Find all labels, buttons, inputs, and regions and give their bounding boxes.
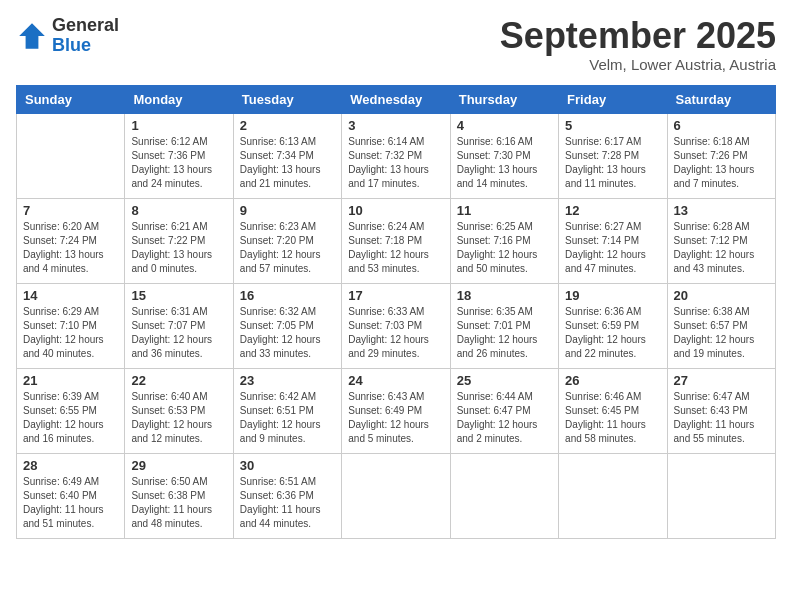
- day-info: Sunrise: 6:36 AM Sunset: 6:59 PM Dayligh…: [565, 305, 660, 361]
- day-cell: 26Sunrise: 6:46 AM Sunset: 6:45 PM Dayli…: [559, 368, 667, 453]
- day-info: Sunrise: 6:35 AM Sunset: 7:01 PM Dayligh…: [457, 305, 552, 361]
- day-info: Sunrise: 6:46 AM Sunset: 6:45 PM Dayligh…: [565, 390, 660, 446]
- day-number: 9: [240, 203, 335, 218]
- day-cell: 8Sunrise: 6:21 AM Sunset: 7:22 PM Daylig…: [125, 198, 233, 283]
- day-number: 29: [131, 458, 226, 473]
- column-header-sunday: Sunday: [17, 85, 125, 113]
- day-info: Sunrise: 6:12 AM Sunset: 7:36 PM Dayligh…: [131, 135, 226, 191]
- day-cell: 1Sunrise: 6:12 AM Sunset: 7:36 PM Daylig…: [125, 113, 233, 198]
- day-number: 26: [565, 373, 660, 388]
- day-cell: 18Sunrise: 6:35 AM Sunset: 7:01 PM Dayli…: [450, 283, 558, 368]
- week-row-1: 1Sunrise: 6:12 AM Sunset: 7:36 PM Daylig…: [17, 113, 776, 198]
- column-header-monday: Monday: [125, 85, 233, 113]
- calendar-header-row: SundayMondayTuesdayWednesdayThursdayFrid…: [17, 85, 776, 113]
- day-info: Sunrise: 6:18 AM Sunset: 7:26 PM Dayligh…: [674, 135, 769, 191]
- day-number: 2: [240, 118, 335, 133]
- day-info: Sunrise: 6:40 AM Sunset: 6:53 PM Dayligh…: [131, 390, 226, 446]
- day-cell: 28Sunrise: 6:49 AM Sunset: 6:40 PM Dayli…: [17, 453, 125, 538]
- day-number: 6: [674, 118, 769, 133]
- day-number: 23: [240, 373, 335, 388]
- day-number: 11: [457, 203, 552, 218]
- day-cell: 6Sunrise: 6:18 AM Sunset: 7:26 PM Daylig…: [667, 113, 775, 198]
- day-number: 30: [240, 458, 335, 473]
- day-info: Sunrise: 6:32 AM Sunset: 7:05 PM Dayligh…: [240, 305, 335, 361]
- day-number: 24: [348, 373, 443, 388]
- week-row-3: 14Sunrise: 6:29 AM Sunset: 7:10 PM Dayli…: [17, 283, 776, 368]
- day-number: 21: [23, 373, 118, 388]
- day-info: Sunrise: 6:14 AM Sunset: 7:32 PM Dayligh…: [348, 135, 443, 191]
- day-cell: 20Sunrise: 6:38 AM Sunset: 6:57 PM Dayli…: [667, 283, 775, 368]
- day-cell: 4Sunrise: 6:16 AM Sunset: 7:30 PM Daylig…: [450, 113, 558, 198]
- day-info: Sunrise: 6:28 AM Sunset: 7:12 PM Dayligh…: [674, 220, 769, 276]
- day-info: Sunrise: 6:27 AM Sunset: 7:14 PM Dayligh…: [565, 220, 660, 276]
- logo-icon: [16, 20, 48, 52]
- day-number: 12: [565, 203, 660, 218]
- week-row-2: 7Sunrise: 6:20 AM Sunset: 7:24 PM Daylig…: [17, 198, 776, 283]
- day-cell: 12Sunrise: 6:27 AM Sunset: 7:14 PM Dayli…: [559, 198, 667, 283]
- day-cell: 5Sunrise: 6:17 AM Sunset: 7:28 PM Daylig…: [559, 113, 667, 198]
- day-cell: 29Sunrise: 6:50 AM Sunset: 6:38 PM Dayli…: [125, 453, 233, 538]
- day-number: 13: [674, 203, 769, 218]
- day-cell: 21Sunrise: 6:39 AM Sunset: 6:55 PM Dayli…: [17, 368, 125, 453]
- day-cell: 30Sunrise: 6:51 AM Sunset: 6:36 PM Dayli…: [233, 453, 341, 538]
- day-cell: 11Sunrise: 6:25 AM Sunset: 7:16 PM Dayli…: [450, 198, 558, 283]
- day-cell: 15Sunrise: 6:31 AM Sunset: 7:07 PM Dayli…: [125, 283, 233, 368]
- day-number: 20: [674, 288, 769, 303]
- day-cell: 3Sunrise: 6:14 AM Sunset: 7:32 PM Daylig…: [342, 113, 450, 198]
- day-cell: 14Sunrise: 6:29 AM Sunset: 7:10 PM Dayli…: [17, 283, 125, 368]
- day-info: Sunrise: 6:38 AM Sunset: 6:57 PM Dayligh…: [674, 305, 769, 361]
- day-number: 18: [457, 288, 552, 303]
- day-info: Sunrise: 6:43 AM Sunset: 6:49 PM Dayligh…: [348, 390, 443, 446]
- day-number: 27: [674, 373, 769, 388]
- day-info: Sunrise: 6:51 AM Sunset: 6:36 PM Dayligh…: [240, 475, 335, 531]
- day-info: Sunrise: 6:50 AM Sunset: 6:38 PM Dayligh…: [131, 475, 226, 531]
- day-cell: 19Sunrise: 6:36 AM Sunset: 6:59 PM Dayli…: [559, 283, 667, 368]
- day-info: Sunrise: 6:42 AM Sunset: 6:51 PM Dayligh…: [240, 390, 335, 446]
- day-cell: 25Sunrise: 6:44 AM Sunset: 6:47 PM Dayli…: [450, 368, 558, 453]
- day-cell: 16Sunrise: 6:32 AM Sunset: 7:05 PM Dayli…: [233, 283, 341, 368]
- day-number: 7: [23, 203, 118, 218]
- day-info: Sunrise: 6:39 AM Sunset: 6:55 PM Dayligh…: [23, 390, 118, 446]
- day-info: Sunrise: 6:25 AM Sunset: 7:16 PM Dayligh…: [457, 220, 552, 276]
- column-header-friday: Friday: [559, 85, 667, 113]
- logo-general-text: General: [52, 16, 119, 36]
- day-cell: 10Sunrise: 6:24 AM Sunset: 7:18 PM Dayli…: [342, 198, 450, 283]
- day-number: 10: [348, 203, 443, 218]
- day-number: 19: [565, 288, 660, 303]
- day-cell: 9Sunrise: 6:23 AM Sunset: 7:20 PM Daylig…: [233, 198, 341, 283]
- logo: General Blue: [16, 16, 119, 56]
- day-number: 22: [131, 373, 226, 388]
- day-number: 3: [348, 118, 443, 133]
- day-cell: [559, 453, 667, 538]
- column-header-saturday: Saturday: [667, 85, 775, 113]
- day-number: 28: [23, 458, 118, 473]
- day-number: 17: [348, 288, 443, 303]
- location-subtitle: Velm, Lower Austria, Austria: [500, 56, 776, 73]
- month-title: September 2025: [500, 16, 776, 56]
- day-info: Sunrise: 6:47 AM Sunset: 6:43 PM Dayligh…: [674, 390, 769, 446]
- day-cell: 2Sunrise: 6:13 AM Sunset: 7:34 PM Daylig…: [233, 113, 341, 198]
- day-cell: [17, 113, 125, 198]
- day-cell: 24Sunrise: 6:43 AM Sunset: 6:49 PM Dayli…: [342, 368, 450, 453]
- day-cell: [450, 453, 558, 538]
- column-header-tuesday: Tuesday: [233, 85, 341, 113]
- day-info: Sunrise: 6:49 AM Sunset: 6:40 PM Dayligh…: [23, 475, 118, 531]
- logo-text: General Blue: [52, 16, 119, 56]
- logo-blue-text: Blue: [52, 36, 119, 56]
- week-row-5: 28Sunrise: 6:49 AM Sunset: 6:40 PM Dayli…: [17, 453, 776, 538]
- title-block: September 2025 Velm, Lower Austria, Aust…: [500, 16, 776, 73]
- day-cell: 13Sunrise: 6:28 AM Sunset: 7:12 PM Dayli…: [667, 198, 775, 283]
- day-number: 8: [131, 203, 226, 218]
- day-cell: 23Sunrise: 6:42 AM Sunset: 6:51 PM Dayli…: [233, 368, 341, 453]
- day-cell: 27Sunrise: 6:47 AM Sunset: 6:43 PM Dayli…: [667, 368, 775, 453]
- day-cell: 7Sunrise: 6:20 AM Sunset: 7:24 PM Daylig…: [17, 198, 125, 283]
- day-number: 25: [457, 373, 552, 388]
- day-cell: 17Sunrise: 6:33 AM Sunset: 7:03 PM Dayli…: [342, 283, 450, 368]
- day-number: 14: [23, 288, 118, 303]
- svg-marker-0: [19, 23, 45, 49]
- day-info: Sunrise: 6:44 AM Sunset: 6:47 PM Dayligh…: [457, 390, 552, 446]
- day-info: Sunrise: 6:24 AM Sunset: 7:18 PM Dayligh…: [348, 220, 443, 276]
- day-number: 1: [131, 118, 226, 133]
- column-header-wednesday: Wednesday: [342, 85, 450, 113]
- day-info: Sunrise: 6:29 AM Sunset: 7:10 PM Dayligh…: [23, 305, 118, 361]
